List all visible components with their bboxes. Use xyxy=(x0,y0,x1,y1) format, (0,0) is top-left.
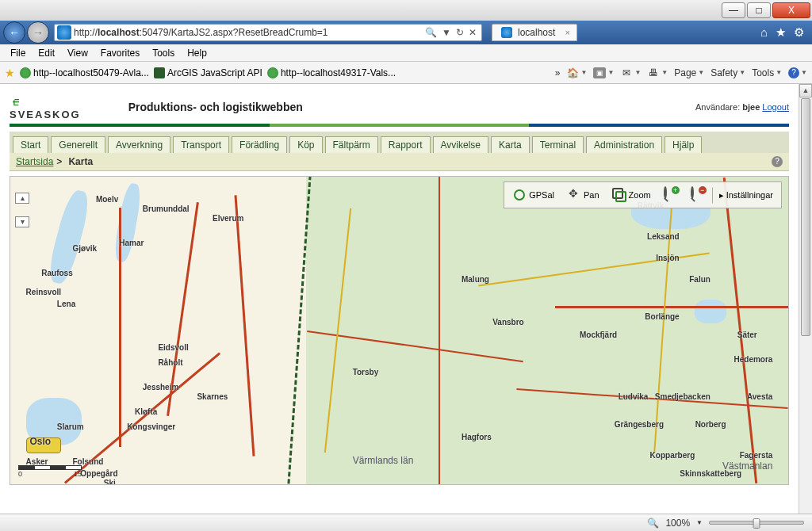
vertical-scrollbar[interactable]: ▲ ▼ xyxy=(799,84,812,531)
favorites-icon[interactable]: ★ xyxy=(776,25,786,40)
tab-faltparm[interactable]: Fältpärm xyxy=(325,136,378,153)
map-expand-up[interactable]: ▴ xyxy=(15,193,29,204)
dropdown-icon[interactable]: ▼ xyxy=(442,27,451,38)
map-zoom-in[interactable]: + xyxy=(658,185,684,205)
city-kopparberg: Kopparberg xyxy=(650,451,695,460)
map-viewport[interactable]: Oslo Hamar Gjøvik Moelv Brumunddal Elver… xyxy=(10,176,789,485)
tab-generellt[interactable]: Generellt xyxy=(51,136,105,153)
menu-tools[interactable]: Tools xyxy=(147,46,180,60)
tab-foradling[interactable]: Förädling xyxy=(232,136,287,153)
city-klofta: Kløfta xyxy=(135,407,157,416)
logout-link[interactable]: Logout xyxy=(762,102,789,112)
user-name: bjee xyxy=(742,102,760,112)
map-expand-down[interactable]: ▾ xyxy=(15,216,29,227)
menu-view[interactable]: View xyxy=(62,46,94,60)
tab-hjalp[interactable]: Hjälp xyxy=(665,136,702,153)
cmd-feeds[interactable]: ▣▼ xyxy=(593,67,614,78)
scroll-thumb[interactable] xyxy=(801,98,810,336)
browser-tab-strip: localhost × xyxy=(492,24,577,41)
city-insjon: Insjön xyxy=(656,254,679,262)
city-grangesberg: Grängesberg xyxy=(615,420,664,429)
city-lena: Lena xyxy=(57,300,75,308)
add-favorite-icon[interactable]: ★ xyxy=(5,67,15,79)
menu-file[interactable]: File xyxy=(5,46,31,60)
tab-kop[interactable]: Köp xyxy=(289,136,322,153)
map-scale-bar: 015 xyxy=(18,465,82,478)
city-smedjebacken: Smedjebacken xyxy=(655,392,710,401)
city-mockfjard: Mockfjärd xyxy=(580,330,617,339)
help-icon[interactable]: ? xyxy=(772,156,783,167)
address-text: http://localhost:50479/KartaJS2.aspx?Res… xyxy=(74,27,420,38)
tab-start[interactable]: Start xyxy=(13,136,48,153)
zoom-dropdown-icon[interactable]: ▼ xyxy=(696,519,703,526)
settings-icon[interactable]: ⚙ xyxy=(794,25,804,40)
scroll-up[interactable]: ▲ xyxy=(799,84,812,97)
trident-icon: ᰀ xyxy=(10,94,81,109)
stop-icon[interactable]: ✕ xyxy=(469,27,477,38)
cmd-tools[interactable]: Tools▼ xyxy=(752,67,782,78)
ie-page-icon xyxy=(57,25,71,40)
bookmark-1[interactable]: ArcGIS JavaScript API xyxy=(154,67,262,78)
map-settings-button[interactable]: ▸ Inställningar xyxy=(712,187,779,204)
tab-karta[interactable]: Karta xyxy=(491,136,530,153)
bookmarks-overflow[interactable]: » xyxy=(555,67,561,78)
main-nav-tabs: Start Generellt Avverkning Transport För… xyxy=(10,132,789,153)
map-gps-tool[interactable]: GPSal xyxy=(507,185,560,205)
zoom-level-label[interactable]: 100% xyxy=(665,518,690,529)
zoom-slider[interactable] xyxy=(709,521,804,525)
search-icon[interactable]: 🔍 xyxy=(425,27,437,38)
menu-edit[interactable]: Edit xyxy=(33,46,60,60)
tab-close-icon[interactable]: × xyxy=(565,28,569,37)
cmd-help[interactable]: ?▼ xyxy=(788,67,807,78)
cmd-mail[interactable]: ✉▼ xyxy=(620,67,641,78)
tab-avvikelse[interactable]: Avvikelse xyxy=(433,136,488,153)
map-expand-controls: ▴ ▾ xyxy=(15,193,29,227)
bookmark-2[interactable]: http--localhost49317-Vals... xyxy=(267,67,396,78)
address-bar[interactable]: http://localhost:50479/KartaJS2.aspx?Res… xyxy=(54,24,482,41)
city-oppegard: Oppegård xyxy=(80,469,117,478)
zoom-slider-thumb[interactable] xyxy=(753,518,760,529)
page-title: Produktions- och logistikwebben xyxy=(128,101,303,113)
cmd-home[interactable]: 🏠▼ xyxy=(567,67,588,78)
window-maximize-button[interactable]: □ xyxy=(747,2,771,18)
globe-icon xyxy=(267,67,278,78)
tab-avverkning[interactable]: Avverkning xyxy=(108,136,170,153)
refresh-icon[interactable]: ↻ xyxy=(456,27,464,38)
city-falun: Falun xyxy=(689,275,710,284)
brand-logo: ᰀ SVEASKOG xyxy=(10,94,81,120)
cmd-print[interactable]: 🖶▼ xyxy=(647,67,668,78)
browser-tab[interactable]: localhost × xyxy=(492,24,577,41)
map-zoom-out[interactable]: − xyxy=(685,185,710,205)
window-minimize-button[interactable]: — xyxy=(722,2,745,18)
city-hamar: Hamar xyxy=(119,239,144,247)
city-fagersta: Fagersta xyxy=(740,451,773,460)
city-vansbro: Vansbro xyxy=(492,318,523,327)
city-gjovik: Gjøvik xyxy=(72,244,97,253)
brand-stripe xyxy=(10,124,789,127)
tab-terminal[interactable]: Terminal xyxy=(532,136,584,153)
tab-favicon xyxy=(501,27,512,38)
window-close-button[interactable]: X xyxy=(772,2,810,18)
bookmark-0[interactable]: http--localhost50479-Avla... xyxy=(20,67,149,78)
cmd-safety[interactable]: Safety▼ xyxy=(710,67,745,78)
city-borlange: Borlänge xyxy=(645,312,679,321)
forward-button[interactable]: → xyxy=(27,21,49,44)
menu-favorites[interactable]: Favorites xyxy=(95,46,145,60)
tab-administration[interactable]: Administration xyxy=(586,136,662,153)
map-pan-tool[interactable]: Pan xyxy=(561,185,605,205)
breadcrumb-home[interactable]: Startsida xyxy=(16,156,53,167)
brand-logo-text: SVEASKOG xyxy=(10,109,81,120)
arcgis-icon xyxy=(154,67,165,78)
zoom-magnifier-icon[interactable]: 🔍 xyxy=(647,518,659,529)
city-sater: Säter xyxy=(737,330,757,339)
window-titlebar: — □ X xyxy=(0,0,812,21)
tab-rapport[interactable]: Rapport xyxy=(381,136,431,153)
menu-help[interactable]: Help xyxy=(182,46,213,60)
cmd-page[interactable]: Page▼ xyxy=(674,67,704,78)
browser-nav-bar: ← → http://localhost:50479/KartaJS2.aspx… xyxy=(0,21,812,44)
tab-transport[interactable]: Transport xyxy=(173,136,229,153)
map-zoom-tool[interactable]: Zoom xyxy=(607,185,657,205)
home-icon[interactable]: ⌂ xyxy=(760,25,768,40)
back-button[interactable]: ← xyxy=(3,21,25,44)
city-jessheim: Jessheim xyxy=(143,383,179,392)
